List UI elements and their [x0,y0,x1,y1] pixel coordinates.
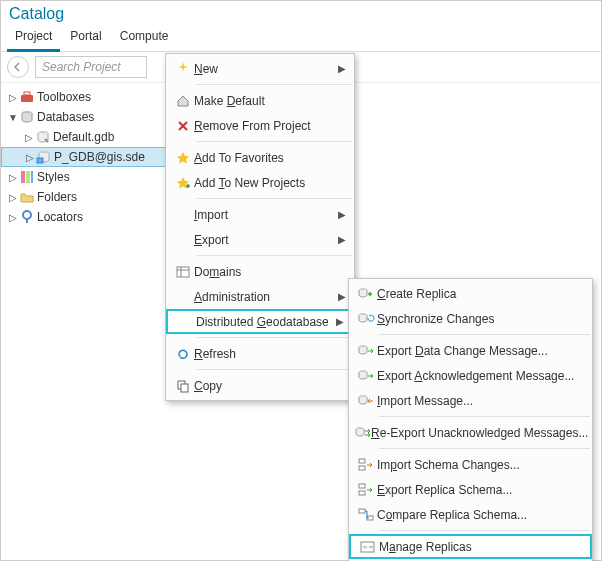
menu-item-remove[interactable]: Remove From Project [166,113,354,138]
menu-item-make-default[interactable]: Make Default [166,88,354,113]
menu-label: Remove From Project [194,119,348,133]
svg-point-26 [363,545,368,548]
sde-icon [36,149,52,165]
chevron-right-icon[interactable]: ▷ [23,132,35,143]
star-add-icon [172,176,194,190]
tree-label: P_GDB@gis.sde [54,150,145,164]
tree-item-default-gdb[interactable]: ▷ Default.gdb [1,127,166,147]
tree-item-folders[interactable]: ▷ Folders [1,187,166,207]
menu-label: Export Replica Schema... [377,483,586,497]
manage-icon [357,540,379,554]
chevron-right-icon[interactable]: ▷ [24,152,36,163]
menu-item-compare-schema[interactable]: Compare Replica Schema... [349,502,592,527]
menu-item-export-data-change[interactable]: Export Data Change Message... [349,338,592,363]
tree-item-sde[interactable]: ▷ P_GDB@gis.sde [1,147,166,167]
tree-label: Databases [37,110,94,124]
back-button[interactable] [7,56,29,78]
menu-separator [379,416,590,417]
menu-item-copy[interactable]: Copy [166,373,354,398]
menu-label: Add To New Projects [194,176,348,190]
svg-point-9 [23,211,31,219]
menu-label: Make Default [194,94,348,108]
menu-separator [379,448,590,449]
svg-rect-22 [359,491,365,495]
panel-title: Catalog [9,5,64,22]
schema-icon [355,458,377,472]
refresh-icon [172,347,194,361]
tree-item-toolboxes[interactable]: ▷ Toolboxes [1,87,166,107]
menu-item-export[interactable]: Export ▶ [166,227,354,252]
tree-label: Folders [37,190,77,204]
menu-separator [196,255,352,256]
tree-label: Default.gdb [53,130,114,144]
menu-label: Distributed Geodatabase [196,315,334,329]
tree-item-styles[interactable]: ▷ Styles [1,167,166,187]
chevron-right-icon: ▶ [334,316,346,327]
menu-separator [196,198,352,199]
menu-item-create-replica[interactable]: Create Replica [349,281,592,306]
svg-rect-1 [24,92,30,95]
menu-item-import-message[interactable]: Import Message... [349,388,592,413]
menu-item-add-new-projects[interactable]: Add To New Projects [166,170,354,195]
menu-item-synchronize-changes[interactable]: Synchronize Changes [349,306,592,331]
submenu-distributed-geodatabase: Create Replica Synchronize Changes Expor… [348,278,593,561]
svg-rect-8 [31,171,33,183]
domains-icon [172,265,194,279]
menu-item-administration[interactable]: Administration ▶ [166,284,354,309]
menu-separator [196,337,352,338]
menu-label: Export [194,233,336,247]
menu-item-import-schema[interactable]: Import Schema Changes... [349,452,592,477]
menu-separator [379,334,590,335]
menu-item-new[interactable]: New ▶ [166,56,354,81]
title-bar: Catalog [1,1,601,25]
menu-label: Import Schema Changes... [377,458,586,472]
tab-strip: Project Portal Compute [1,25,601,52]
chevron-down-icon[interactable]: ▼ [7,112,19,123]
menu-label: Export Data Change Message... [377,344,586,358]
menu-item-import[interactable]: Import ▶ [166,202,354,227]
menu-label: Add To Favorites [194,151,348,165]
menu-label: Administration [194,290,336,304]
tab-project[interactable]: Project [7,25,60,52]
styles-icon [19,169,35,185]
svg-rect-20 [359,466,365,470]
replica-icon [355,287,377,301]
menu-item-distributed-geodatabase[interactable]: Distributed Geodatabase ▶ [166,309,354,334]
menu-item-manage-replicas[interactable]: Manage Replicas [349,534,592,559]
sync-icon [355,312,377,326]
context-menu: New ▶ Make Default Remove From Project A… [165,53,355,401]
menu-item-domains[interactable]: Domains [166,259,354,284]
svg-rect-23 [359,509,365,513]
menu-label: Manage Replicas [379,540,584,554]
tree-item-databases[interactable]: ▼ Databases [1,107,166,127]
chevron-right-icon[interactable]: ▷ [7,172,19,183]
menu-item-export-ack[interactable]: Export Acknowledgement Message... [349,363,592,388]
menu-label: Synchronize Changes [377,312,586,326]
chevron-right-icon: ▶ [336,209,348,220]
sparkle-icon [172,62,194,76]
svg-rect-19 [359,459,365,463]
menu-separator [196,141,352,142]
menu-item-export-schema[interactable]: Export Replica Schema... [349,477,592,502]
tab-portal[interactable]: Portal [62,25,109,51]
menu-item-add-favorites[interactable]: Add To Favorites [166,145,354,170]
search-input[interactable]: Search Project [35,56,147,78]
menu-label: Copy [194,379,348,393]
menu-item-reexport[interactable]: Re-Export Unacknowledged Messages... [349,420,592,445]
tree-label: Toolboxes [37,90,91,104]
svg-rect-5 [37,158,43,163]
tree-item-locators[interactable]: ▷ Locators [1,207,166,227]
chevron-right-icon[interactable]: ▷ [7,192,19,203]
star-icon [172,151,194,165]
databases-icon [19,109,35,125]
menu-separator [196,369,352,370]
chevron-right-icon: ▶ [336,234,348,245]
menu-item-refresh[interactable]: Refresh [166,341,354,366]
menu-label: Import [194,208,336,222]
tab-compute[interactable]: Compute [112,25,177,51]
search-placeholder: Search Project [42,60,121,74]
chevron-right-icon[interactable]: ▷ [7,212,19,223]
svg-rect-0 [21,95,33,102]
chevron-right-icon[interactable]: ▷ [7,92,19,103]
menu-label: Refresh [194,347,348,361]
